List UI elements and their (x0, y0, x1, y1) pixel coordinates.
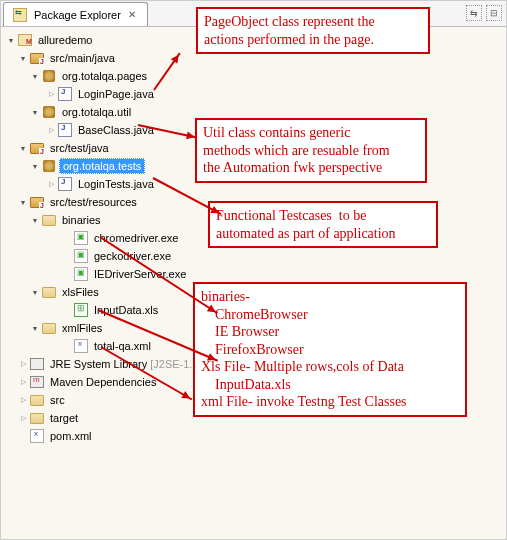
source-folder-icon (29, 140, 45, 156)
node-label: LoginTests.java (75, 177, 157, 191)
annotation-resources: binaries- ChromeBrowser IE Browser Firef… (193, 282, 467, 417)
xml-file-icon (29, 428, 45, 444)
java-file-node[interactable]: LoginPage.java (1, 85, 506, 103)
annotation-tests: Functional Testcases to be automated as … (208, 201, 438, 248)
twisty-icon[interactable] (29, 214, 41, 226)
twisty-icon (61, 232, 73, 244)
file-node[interactable]: pom.xml (1, 427, 506, 445)
node-label: xmlFiles (59, 321, 105, 335)
twisty-icon[interactable] (29, 322, 41, 334)
file-node[interactable]: IEDriverServer.exe (1, 265, 506, 283)
node-label: src/test/java (47, 141, 112, 155)
tab-title: Package Explorer (34, 9, 121, 21)
node-label: Maven Dependencies (47, 375, 159, 389)
folder-icon (41, 320, 57, 336)
node-label: target (47, 411, 81, 425)
twisty-icon (61, 304, 73, 316)
source-folder-icon (29, 50, 45, 66)
library-icon (29, 374, 45, 390)
twisty-icon[interactable] (17, 376, 29, 388)
file-node[interactable]: geckodriver.exe (1, 247, 506, 265)
twisty-icon (61, 340, 73, 352)
close-icon[interactable]: ✕ (125, 8, 139, 22)
node-label: org.totalqa.tests (59, 158, 145, 174)
library-icon (29, 356, 45, 372)
java-file-icon (57, 122, 73, 138)
twisty-icon[interactable] (29, 160, 41, 172)
exe-file-icon (73, 248, 89, 264)
twisty-icon[interactable] (17, 358, 29, 370)
node-label: JRE System Library (47, 357, 150, 371)
node-label: alluredemo (35, 33, 95, 47)
xls-file-icon (73, 302, 89, 318)
annotation-pageobject: PageObject class represent the actions p… (196, 7, 430, 54)
node-label: IEDriverServer.exe (91, 267, 189, 281)
twisty-icon[interactable] (17, 52, 29, 64)
folder-icon (41, 284, 57, 300)
navigator-icon (12, 7, 28, 23)
twisty-icon[interactable] (17, 196, 29, 208)
exe-file-icon (73, 230, 89, 246)
node-label: src/test/resources (47, 195, 140, 209)
twisty-icon (61, 250, 73, 262)
twisty-icon[interactable] (45, 124, 57, 136)
node-label: pom.xml (47, 429, 95, 443)
source-folder-icon (29, 194, 45, 210)
twisty-icon[interactable] (17, 394, 29, 406)
node-label: LoginPage.java (75, 87, 157, 101)
link-editor-icon[interactable]: ⇆ (466, 5, 482, 21)
view-toolbar: ⇆ ⊟ (466, 5, 502, 21)
folder-icon (41, 212, 57, 228)
twisty-icon[interactable] (45, 88, 57, 100)
node-label: src/main/java (47, 51, 118, 65)
package-explorer-tab[interactable]: Package Explorer ✕ (3, 2, 148, 26)
annotation-util: Util class contains generic methods whic… (195, 118, 427, 183)
twisty-icon[interactable] (29, 106, 41, 118)
package-node[interactable]: org.totalqa.pages (1, 67, 506, 85)
twisty-icon (17, 430, 29, 442)
xml-file-icon (73, 338, 89, 354)
twisty-icon[interactable] (29, 286, 41, 298)
twisty-icon[interactable] (17, 412, 29, 424)
package-icon (41, 68, 57, 84)
folder-icon (29, 410, 45, 426)
package-icon (41, 104, 57, 120)
node-label: org.totalqa.util (59, 105, 134, 119)
exe-file-icon (73, 266, 89, 282)
collapse-all-icon[interactable]: ⊟ (486, 5, 502, 21)
node-label: xlsFiles (59, 285, 102, 299)
twisty-icon[interactable] (5, 34, 17, 46)
twisty-icon[interactable] (17, 142, 29, 154)
folder-icon (29, 392, 45, 408)
java-file-icon (57, 86, 73, 102)
twisty-icon (61, 268, 73, 280)
twisty-icon[interactable] (29, 70, 41, 82)
node-label: src (47, 393, 68, 407)
twisty-icon[interactable] (45, 178, 57, 190)
project-icon (17, 32, 33, 48)
node-label: binaries (59, 213, 104, 227)
package-icon (41, 158, 57, 174)
java-file-icon (57, 176, 73, 192)
node-label: org.totalqa.pages (59, 69, 150, 83)
